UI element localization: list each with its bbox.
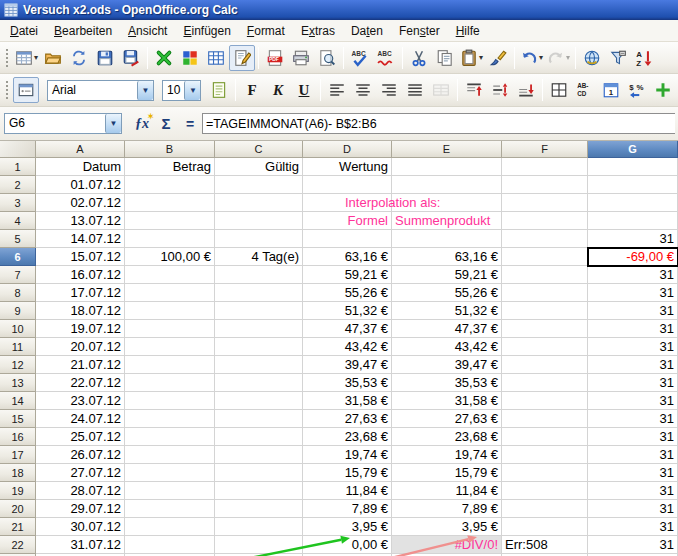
cell-B7[interactable] — [125, 266, 215, 284]
cell-G11[interactable]: 31 — [588, 338, 678, 356]
toolbar-grip[interactable] — [3, 79, 10, 101]
copy-button[interactable] — [432, 45, 458, 71]
cell-B5[interactable] — [125, 230, 215, 248]
cell-G22[interactable]: 31 — [588, 536, 678, 554]
cell-D17[interactable]: 19,74 € — [303, 446, 392, 464]
row-header-5[interactable]: 5 — [0, 230, 36, 248]
sort-ascending-button[interactable]: AZ — [631, 45, 657, 71]
cell-D3[interactable]: Interpolation als: — [303, 194, 392, 212]
cell-F20[interactable] — [502, 500, 588, 518]
cell-C15[interactable] — [215, 410, 303, 428]
cell-F21[interactable] — [502, 518, 588, 536]
cell-C10[interactable] — [215, 320, 303, 338]
row-header-7[interactable]: 7 — [0, 266, 36, 284]
row-header-17[interactable]: 17 — [0, 446, 36, 464]
col-header-G[interactable]: G — [588, 141, 678, 158]
cell-A8[interactable]: 17.07.12 — [36, 284, 125, 302]
row-header-12[interactable]: 12 — [0, 356, 36, 374]
cell-G13[interactable]: 31 — [588, 374, 678, 392]
cell-A22[interactable]: 31.07.12 — [36, 536, 125, 554]
cell-E19[interactable]: 11,84 € — [392, 482, 502, 500]
cell-G20[interactable]: 31 — [588, 500, 678, 518]
chevron-down-icon[interactable]: ▾ — [34, 53, 38, 62]
chevron-down-icon[interactable]: ▾ — [566, 53, 570, 62]
cell-F2[interactable] — [502, 176, 588, 194]
cell-B20[interactable] — [125, 500, 215, 518]
row-header-10[interactable]: 10 — [0, 320, 36, 338]
cell-D9[interactable]: 51,32 € — [303, 302, 392, 320]
cell-F3[interactable] — [502, 194, 588, 212]
cell-A7[interactable]: 16.07.12 — [36, 266, 125, 284]
cell-F6[interactable] — [502, 248, 588, 266]
function-wizard-button[interactable]: ƒx✶ — [130, 116, 154, 132]
cell-A17[interactable]: 26.07.12 — [36, 446, 125, 464]
cell-B8[interactable] — [125, 284, 215, 302]
cell-C4[interactable] — [215, 212, 303, 230]
cell-G19[interactable]: 31 — [588, 482, 678, 500]
cell-C21[interactable] — [215, 518, 303, 536]
chevron-down-icon[interactable]: ▾ — [539, 53, 543, 62]
cell-G21[interactable]: 31 — [588, 518, 678, 536]
menu-bearbeiten[interactable]: Bearbeiten — [46, 21, 120, 41]
cell-E13[interactable]: 35,53 € — [392, 374, 502, 392]
row-header-19[interactable]: 19 — [0, 482, 36, 500]
font-size-combo[interactable]: 10 ▼ — [162, 80, 201, 101]
autospellcheck-button[interactable]: ABC — [373, 45, 399, 71]
cell-B9[interactable] — [125, 302, 215, 320]
cell-A18[interactable]: 27.07.12 — [36, 464, 125, 482]
cell-A3[interactable]: 02.07.12 — [36, 194, 125, 212]
cell-A1[interactable]: Datum — [36, 158, 125, 176]
undo-button[interactable]: ▾ — [518, 45, 545, 71]
chevron-down-icon[interactable]: ▼ — [105, 114, 121, 133]
cell-E18[interactable]: 15,79 € — [392, 464, 502, 482]
row-header-6[interactable]: 6 — [0, 248, 36, 266]
cell-C16[interactable] — [215, 428, 303, 446]
cell-F15[interactable] — [502, 410, 588, 428]
cell-E11[interactable]: 43,42 € — [392, 338, 502, 356]
cell-E10[interactable]: 47,37 € — [392, 320, 502, 338]
align-left-button[interactable] — [324, 77, 350, 103]
cell-B17[interactable] — [125, 446, 215, 464]
cell-E6[interactable]: 63,16 € — [392, 248, 502, 266]
cell-G6[interactable]: -69,00 € — [588, 248, 678, 266]
cell-A16[interactable]: 25.07.12 — [36, 428, 125, 446]
cell-A2[interactable]: 01.07.12 — [36, 176, 125, 194]
cell-D10[interactable]: 47,37 € — [303, 320, 392, 338]
wrap-text-button[interactable]: AB-CD — [572, 77, 598, 103]
menu-ansicht[interactable]: Ansicht — [120, 21, 175, 41]
cell-D11[interactable]: 43,42 € — [303, 338, 392, 356]
col-header-B[interactable]: B — [125, 141, 215, 158]
cell-D15[interactable]: 27,63 € — [303, 410, 392, 428]
row-header-21[interactable]: 21 — [0, 518, 36, 536]
cell-G9[interactable]: 31 — [588, 302, 678, 320]
cell-C19[interactable] — [215, 482, 303, 500]
chevron-down-icon[interactable]: ▼ — [137, 81, 153, 100]
cell-F12[interactable] — [502, 356, 588, 374]
page-preview-button[interactable] — [314, 45, 340, 71]
cell-E1[interactable] — [392, 158, 502, 176]
justify-button[interactable] — [402, 77, 428, 103]
cell-C11[interactable] — [215, 338, 303, 356]
cell-B11[interactable] — [125, 338, 215, 356]
cell-C6[interactable]: 4 Tag(e) — [215, 248, 303, 266]
cell-B18[interactable] — [125, 464, 215, 482]
cell-B3[interactable] — [125, 194, 215, 212]
select-all-corner[interactable] — [0, 141, 36, 158]
cell-E16[interactable]: 23,68 € — [392, 428, 502, 446]
cell-A14[interactable]: 23.07.12 — [36, 392, 125, 410]
cell-C8[interactable] — [215, 284, 303, 302]
cell-F16[interactable] — [502, 428, 588, 446]
cell-E12[interactable]: 39,47 € — [392, 356, 502, 374]
menu-datei[interactable]: Datei — [2, 21, 46, 41]
cell-D8[interactable]: 55,26 € — [303, 284, 392, 302]
cell-D6[interactable]: 63,16 € — [303, 248, 392, 266]
cell-C13[interactable] — [215, 374, 303, 392]
cell-E21[interactable]: 3,95 € — [392, 518, 502, 536]
cell-D4[interactable]: Formel — [303, 212, 392, 230]
menu-einfgen[interactable]: Einfügen — [175, 21, 238, 41]
bold-button[interactable]: F — [239, 77, 265, 103]
cell-E2[interactable] — [392, 176, 502, 194]
cell-E15[interactable]: 27,63 € — [392, 410, 502, 428]
open-button[interactable] — [40, 45, 66, 71]
cell-A11[interactable]: 20.07.12 — [36, 338, 125, 356]
